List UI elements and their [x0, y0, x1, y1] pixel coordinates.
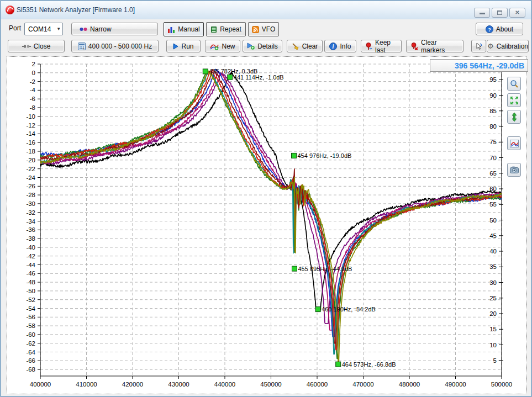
curves-button[interactable]	[507, 136, 521, 150]
svg-text:-2: -2	[30, 78, 35, 85]
svg-text:20: 20	[489, 310, 497, 317]
marker-label: 454 976Hz, -19.0dB	[298, 152, 352, 159]
svg-text:-28: -28	[26, 192, 35, 198]
svg-text:-64: -64	[26, 349, 35, 356]
marker-square	[228, 75, 233, 80]
port-select[interactable]: COM14 ▼	[24, 23, 63, 35]
svg-text:490000: 490000	[445, 381, 466, 388]
cursor-tool-button[interactable]	[471, 40, 486, 52]
calibration-button[interactable]: ⚙ Calibration	[487, 40, 529, 52]
manual-icon	[167, 26, 175, 33]
cursor-readout: 396 564Hz, -29.0dB	[430, 59, 528, 72]
calibration-icon: ⚙	[487, 42, 494, 50]
svg-text:-36: -36	[26, 226, 35, 233]
close-window-button[interactable]: ✕	[509, 8, 525, 18]
info-button[interactable]: i Info	[324, 40, 356, 52]
svg-text:-68: -68	[26, 366, 35, 373]
svg-text:460000: 460000	[307, 381, 328, 388]
window-title: Si5351 Network Analyzer [Firmware 1.0]	[17, 6, 135, 14]
svg-text:10: 10	[489, 342, 497, 348]
svg-text:?: ?	[488, 27, 491, 32]
svg-text:-44: -44	[26, 262, 35, 268]
marker-label: 455 095Hz, -44.9dB	[298, 266, 352, 272]
narrow-button[interactable]: Narrow	[71, 23, 158, 35]
minimize-button[interactable]	[474, 8, 490, 18]
svg-text:-18: -18	[26, 148, 35, 155]
svg-text:-12: -12	[26, 122, 35, 129]
marker-square	[336, 362, 341, 367]
svg-text:-26: -26	[26, 183, 35, 189]
clear-button[interactable]: Clear	[287, 40, 323, 52]
marker-label: 464 573Hz, -66.8dB	[342, 361, 396, 368]
run-icon	[173, 43, 178, 50]
svg-text:-66: -66	[26, 357, 35, 364]
vscale-icon	[511, 113, 518, 121]
grid-lines	[40, 64, 502, 376]
svg-text:-30: -30	[26, 200, 35, 207]
marker-square	[315, 307, 320, 312]
svg-text:-16: -16	[26, 139, 35, 146]
svg-text:450000: 450000	[260, 381, 281, 388]
fit-button[interactable]	[507, 93, 521, 107]
svg-text:-8: -8	[30, 104, 35, 111]
details-button[interactable]: Details	[243, 40, 282, 52]
minimize-icon	[480, 13, 485, 14]
snapshot-button[interactable]	[507, 163, 521, 177]
chart-panel[interactable]: 20-2-4-6-8-10-12-14-16-18-20-22-24-26-28…	[7, 56, 526, 394]
keep-last-button[interactable]: Keep last	[361, 40, 402, 52]
svg-text:480000: 480000	[399, 381, 420, 388]
svg-text:440000: 440000	[214, 381, 235, 388]
chevron-down-icon: ▼	[56, 27, 61, 31]
svg-text:-22: -22	[26, 166, 35, 172]
snapshot-icon	[510, 166, 519, 173]
svg-text:-46: -46	[26, 270, 35, 277]
svg-text:410000: 410000	[76, 381, 97, 388]
svg-text:-38: -38	[26, 235, 35, 242]
narrow-icon	[80, 27, 87, 31]
svg-text:2: 2	[32, 61, 35, 67]
svg-text:35: 35	[489, 263, 497, 270]
plug-icon	[22, 44, 31, 49]
svg-text:30: 30	[489, 279, 497, 286]
marker-square	[292, 266, 297, 271]
svg-text:80: 80	[489, 123, 497, 130]
repeat-button[interactable]: Repeat	[206, 22, 246, 36]
about-button[interactable]: ? About	[476, 23, 523, 35]
close-port-button[interactable]: Close	[8, 40, 65, 52]
svg-text:420000: 420000	[122, 381, 143, 388]
svg-text:-24: -24	[26, 174, 35, 181]
svg-text:400000: 400000	[30, 381, 51, 388]
run-button[interactable]: Run	[166, 40, 201, 52]
network-analyzer-plot[interactable]: 20-2-4-6-8-10-12-14-16-18-20-22-24-26-28…	[7, 57, 526, 396]
right-axis-labels: 9590858075706560555045403530252015105	[489, 76, 503, 364]
zoom-icon	[510, 80, 519, 88]
clear-markers-button[interactable]: Clear markers	[406, 40, 463, 52]
vertical-scale-button[interactable]	[507, 110, 521, 124]
vfo-button[interactable]: VFO	[248, 22, 279, 36]
new-icon	[210, 43, 219, 50]
marker-square	[203, 69, 208, 74]
details-icon	[247, 43, 255, 50]
left-axis-labels: 20-2-4-6-8-10-12-14-16-18-20-22-24-26-28…	[26, 61, 40, 373]
maximize-button[interactable]	[492, 8, 508, 18]
svg-text:470000: 470000	[352, 381, 373, 388]
svg-text:-56: -56	[26, 314, 35, 320]
frequency-range-button[interactable]: 400 000 - 500 000 Hz	[71, 40, 159, 52]
svg-text:25: 25	[489, 295, 497, 301]
svg-text:-50: -50	[26, 288, 35, 294]
about-icon: ?	[486, 25, 493, 33]
info-icon: i	[329, 43, 337, 50]
x-axis-labels: 4000004100004200004300004400004500004600…	[30, 376, 512, 388]
maximize-icon	[497, 10, 502, 15]
svg-text:-32: -32	[26, 209, 35, 216]
svg-text:65: 65	[489, 170, 497, 177]
title-bar[interactable]: Si5351 Network Analyzer [Firmware 1.0]	[1, 1, 531, 19]
app-window: Si5351 Network Analyzer [Firmware 1.0] ✕…	[0, 0, 532, 397]
svg-text:-40: -40	[26, 244, 35, 251]
app-icon	[6, 6, 14, 14]
new-button[interactable]: New	[205, 40, 240, 52]
zoom-button[interactable]	[507, 77, 521, 91]
manual-button[interactable]: Manual	[164, 22, 204, 36]
freq-icon	[78, 43, 86, 50]
svg-text:85: 85	[489, 108, 497, 114]
